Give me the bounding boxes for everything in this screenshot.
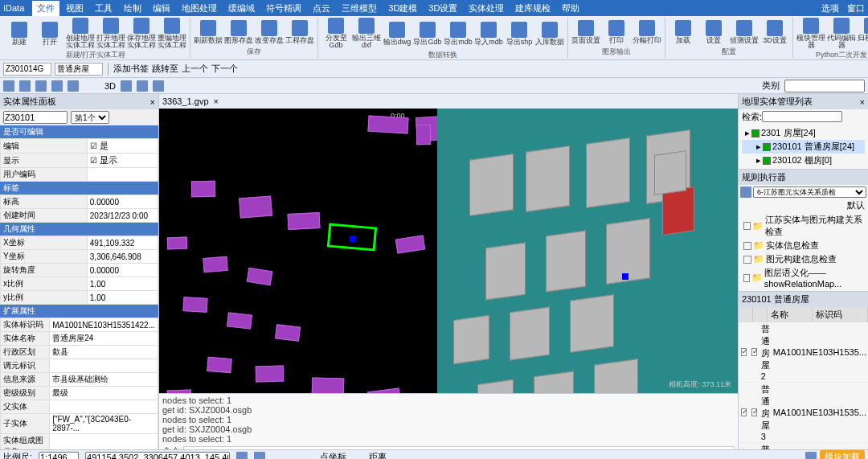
bookmark-label[interactable]: 添加书签 [113, 63, 149, 75]
ribbon-btn[interactable]: 输出dwg [383, 18, 411, 49]
ribbon-btn[interactable]: 创建地理实体工程 [66, 18, 95, 49]
property-scroll[interactable]: 是否可编辑 编辑☑ 是 显示☑ 显示 用户编码 标签 标高0.00000创建时间… [0, 125, 158, 449]
prop-value[interactable] [50, 359, 158, 373]
building-2d[interactable] [182, 297, 207, 313]
ribbon-btn[interactable]: 分幅打印 [633, 18, 661, 46]
prop-value[interactable] [50, 400, 158, 414]
menu-8[interactable]: 点云 [308, 1, 335, 16]
category-input[interactable] [784, 80, 865, 92]
status-icon[interactable] [805, 452, 817, 460]
tab-close-icon[interactable]: × [214, 96, 219, 106]
ribbon-btn[interactable]: 保存地理实体工程 [127, 18, 156, 49]
building-3d[interactable] [469, 154, 514, 216]
viewport-tab[interactable]: 3363_1.gvp [162, 96, 209, 106]
prop-value[interactable]: 普通房屋24 [50, 332, 158, 346]
menu-0[interactable]: 文件 [32, 1, 59, 16]
menu-3[interactable]: 绘制 [119, 1, 146, 16]
building-2d[interactable] [207, 357, 231, 373]
building-2d[interactable] [367, 116, 408, 134]
status-icon[interactable] [236, 452, 248, 460]
building-2d[interactable] [288, 212, 321, 230]
ribbon-btn[interactable]: 重编地理实体工程 [158, 18, 186, 49]
ribbon-btn[interactable]: 加载 [669, 18, 698, 46]
building-2d[interactable] [395, 235, 425, 253]
menu-14[interactable]: 帮助 [557, 1, 584, 16]
prop-value[interactable]: 市县级基础测绘 [50, 373, 158, 387]
cmd-input[interactable] [183, 446, 735, 450]
prop-value[interactable]: 1.00 [87, 277, 158, 291]
entity-type-combo[interactable] [55, 63, 103, 76]
building-2d[interactable] [327, 223, 377, 251]
prop-value[interactable]: MA1001NE103H15351422... [50, 318, 158, 332]
menu-6[interactable]: 缓编域 [223, 1, 260, 16]
rule-item[interactable]: 📁江苏实体与图元构建关系检查 [740, 213, 866, 239]
list-item[interactable]: 普通房屋4MA1001NE103H1535... [739, 443, 868, 449]
play-icon[interactable] [740, 186, 751, 198]
list-item[interactable]: 普通房屋2MA1001NE103H1535... [739, 322, 868, 383]
menu-11[interactable]: 3D设置 [424, 1, 462, 16]
checkbox[interactable] [741, 348, 747, 356]
tool-icon[interactable] [35, 80, 47, 92]
ribbon-btn[interactable]: 导出shp [505, 18, 534, 49]
ribbon-btn[interactable]: 导入mdb [474, 18, 503, 49]
menu-13[interactable]: 建库规检 [510, 1, 555, 16]
checkbox[interactable] [741, 408, 747, 416]
entity-list-scroll[interactable]: 普通房屋2MA1001NE103H1535...普通房屋3MA1001NE103… [739, 322, 868, 449]
ribbon-btn[interactable]: 3D设置 [760, 18, 789, 46]
building-2d[interactable] [367, 388, 401, 393]
checkbox[interactable] [751, 348, 757, 356]
prop-value[interactable]: ["FW_A","{3C2043E0-2897-... [50, 414, 158, 434]
module-load-btn[interactable]: 模块加载 [820, 450, 865, 459]
3d-view[interactable]: 相机高度: 373.11米 [437, 109, 738, 393]
close-icon[interactable]: × [860, 97, 865, 107]
ribbon-btn[interactable]: 图形存盘 [224, 18, 253, 46]
ribbon-btn[interactable]: 归档命令行 [858, 18, 868, 49]
prop-value[interactable]: 0.00000 [87, 195, 158, 209]
tool-icon[interactable] [68, 80, 79, 92]
building-2d[interactable] [203, 256, 227, 273]
menu-10[interactable]: 3D建模 [383, 1, 422, 16]
next-btn[interactable]: 下一个 [211, 63, 238, 75]
menu-1[interactable]: 视图 [61, 1, 88, 16]
building-2d[interactable] [227, 312, 252, 329]
tool-icon[interactable] [121, 80, 132, 92]
menu-2[interactable]: 工具 [90, 1, 117, 16]
building-2d[interactable] [247, 268, 272, 285]
building-3d[interactable] [477, 379, 514, 393]
prop-value[interactable]: 3,306,646.908 [87, 250, 158, 264]
prev-btn[interactable]: 上一个 [182, 63, 208, 75]
ribbon-btn[interactable]: 设置 [699, 18, 728, 46]
menu-4[interactable]: 编辑 [148, 1, 175, 16]
rule-item[interactable]: 📁图元构建信息检查 [740, 252, 866, 266]
tool-icon[interactable] [3, 80, 14, 92]
checkbox[interactable] [751, 408, 757, 416]
building-3d[interactable] [510, 306, 550, 360]
code-input[interactable] [3, 111, 68, 124]
prop-value[interactable]: 歙县 [50, 346, 158, 359]
menu-9[interactable]: 三维模型 [337, 1, 382, 16]
index-select[interactable]: 第1个 [71, 111, 109, 124]
ribbon-btn[interactable]: 分发至Gdb [321, 18, 350, 49]
rule-item[interactable]: 📁图层语义化——showRelationMap... [740, 266, 866, 289]
building-3d[interactable] [662, 186, 694, 236]
building-2d[interactable] [275, 324, 301, 341]
search-input[interactable] [762, 111, 842, 122]
building-2d[interactable] [167, 389, 192, 393]
ribbon-btn[interactable]: 打印 [602, 18, 631, 46]
building-3d[interactable] [586, 137, 630, 208]
ribbon-btn[interactable]: 入库数据 [535, 18, 564, 49]
tool-icon[interactable] [51, 80, 63, 92]
menu-7[interactable]: 符号精调 [261, 1, 306, 16]
entity-id-input[interactable] [3, 63, 51, 76]
scale-input[interactable] [39, 452, 79, 460]
ribbon-btn[interactable]: 代码编辑器 [827, 18, 856, 49]
ribbon-btn[interactable]: 打开 [35, 18, 64, 49]
building-3d[interactable] [526, 145, 570, 212]
window-link[interactable]: 窗口 [847, 2, 865, 14]
ribbon-btn[interactable]: 工程存盘 [285, 18, 314, 46]
prop-value[interactable]: 最级 [50, 387, 158, 400]
ribbon-btn[interactable]: 模块管理器 [796, 18, 825, 49]
building-3d[interactable] [594, 359, 638, 393]
building-3d[interactable] [453, 315, 489, 364]
ribbon-btn[interactable]: 导出mdb [444, 18, 473, 49]
